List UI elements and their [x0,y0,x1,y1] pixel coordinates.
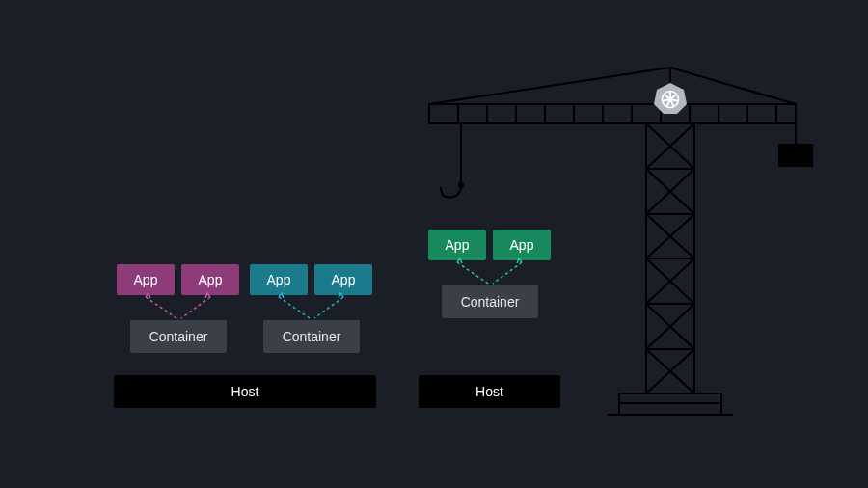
app-box-green-1: App [428,230,486,260]
svg-line-20 [646,169,694,214]
app-box-purple-1: App [117,264,175,295]
container-box-left-2: Container [263,320,360,353]
host-box-right: Host [419,375,560,408]
svg-point-41 [459,183,463,187]
svg-line-18 [646,123,694,169]
svg-line-26 [646,258,694,304]
container-label: Container [283,329,341,344]
app-box-teal-1: App [250,264,308,295]
svg-line-29 [646,304,694,349]
app-label: App [446,237,470,253]
svg-line-13 [429,68,670,104]
app-label: App [134,272,158,287]
app-box-green-2: App [493,230,551,260]
svg-line-30 [646,304,694,349]
kubernetes-icon [653,81,688,116]
svg-rect-34 [619,393,721,403]
app-label: App [510,237,534,253]
svg-line-23 [646,214,694,258]
svg-line-32 [646,349,694,393]
container-label: Container [149,329,208,344]
app-label: App [199,272,223,287]
svg-line-17 [646,123,694,169]
container-box-left-1: Container [130,320,227,353]
svg-line-14 [670,68,796,104]
container-label: Container [461,294,520,310]
app-box-purple-2: App [181,264,239,295]
svg-line-21 [646,169,694,214]
svg-line-33 [646,349,694,393]
host-box-left: Host [114,375,376,408]
svg-line-27 [646,258,694,304]
host-label: Host [475,384,503,399]
svg-line-24 [646,214,694,258]
kubernetes-icon-badge [653,81,688,116]
container-box-right: Container [442,285,538,318]
host-label: Host [231,384,259,399]
svg-rect-16 [646,123,694,393]
svg-rect-39 [779,145,812,166]
app-box-teal-2: App [314,264,372,295]
svg-rect-0 [429,104,796,123]
app-label: App [267,272,291,287]
app-label: App [332,272,356,287]
